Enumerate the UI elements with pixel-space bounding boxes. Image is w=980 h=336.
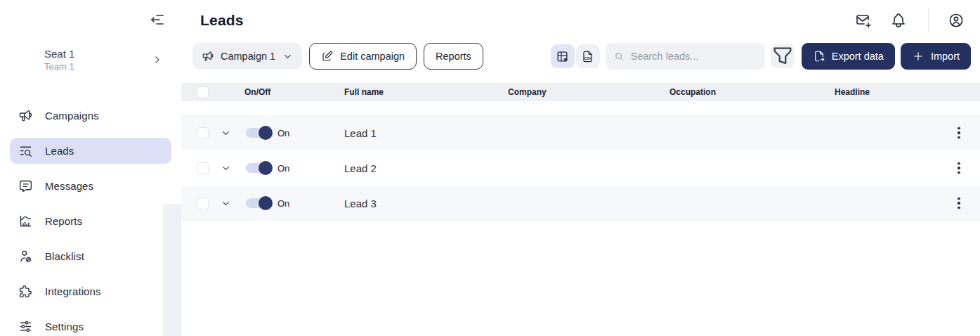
megaphone-icon <box>202 50 214 63</box>
leads-table: On/Off Full name Company Occupation Head… <box>181 83 980 221</box>
seat-subtitle: Team 1 <box>44 61 74 72</box>
import-label: Import <box>931 51 960 62</box>
funnel-icon <box>771 44 795 68</box>
page-title: Leads <box>200 12 244 29</box>
toggle-state-label: On <box>277 128 289 138</box>
row-checkbox-cell <box>181 127 214 139</box>
search-input[interactable] <box>631 51 757 62</box>
seat-info: Seat 1 Team 1 <box>44 48 74 72</box>
table-header-row: On/Off Full name Company Occupation Head… <box>181 83 980 101</box>
table-settings-icon <box>556 50 569 63</box>
row-checkbox[interactable] <box>197 127 209 139</box>
row-expand-button[interactable] <box>214 128 237 138</box>
edit-pencil-icon <box>321 50 334 63</box>
row-checkbox[interactable] <box>197 198 209 209</box>
topbar-icons <box>855 8 965 32</box>
search-icon <box>614 51 625 63</box>
reports-button[interactable]: Reports <box>424 43 483 70</box>
sidebar-item-messages[interactable]: Messages <box>10 173 171 199</box>
sidebar-item-blacklist[interactable]: Blacklist <box>10 243 171 269</box>
table-row: On Lead 3 <box>181 186 980 221</box>
puzzle-icon <box>18 284 33 299</box>
select-all-checkbox[interactable] <box>197 86 209 98</box>
full-name-cell: Lead 2 <box>341 162 505 174</box>
on-off-toggle[interactable] <box>246 163 271 173</box>
edit-campaign-label: Edit campaign <box>340 51 405 62</box>
campaign-selector-label: Campaign 1 <box>221 51 275 62</box>
row-expand-button[interactable] <box>214 163 237 174</box>
mail-plus-icon[interactable] <box>855 12 872 29</box>
csv-file-icon: CSV <box>581 50 594 63</box>
table-row: On Lead 1 <box>181 115 980 150</box>
search-box <box>606 43 765 70</box>
campaign-selector-dropdown[interactable]: Campaign 1 <box>192 43 302 70</box>
toggle-state-label: On <box>277 198 289 209</box>
reports-button-label: Reports <box>436 51 471 62</box>
edit-campaign-button[interactable]: Edit campaign <box>309 43 417 70</box>
sidebar-collapse-icon <box>149 11 166 28</box>
row-actions-menu-button[interactable] <box>938 115 980 150</box>
table-header-checkbox-cell <box>181 86 214 98</box>
sidebar-item-campaigns[interactable]: Campaigns <box>10 103 171 129</box>
sidebar-item-label: Integrations <box>45 285 101 297</box>
sidebar-item-label: Leads <box>45 145 74 157</box>
svg-text:CSV: CSV <box>584 56 592 60</box>
import-button[interactable]: Import <box>901 43 971 70</box>
table-row: On Lead 2 <box>181 150 980 186</box>
row-actions-menu-button[interactable] <box>938 150 980 186</box>
sidebar-item-settings[interactable]: Settings <box>10 314 171 336</box>
megaphone-icon <box>18 108 33 123</box>
chevron-right-icon <box>152 54 163 65</box>
column-header-full-name: Full name <box>341 87 505 97</box>
sidebar-scrollbar-track[interactable] <box>163 204 181 336</box>
chart-icon <box>18 214 33 228</box>
message-icon <box>18 179 33 193</box>
chevron-down-icon <box>221 128 231 138</box>
full-name-cell: Lead 3 <box>341 198 505 209</box>
on-off-toggle[interactable] <box>246 128 271 138</box>
sidebar-item-label: Reports <box>45 215 82 227</box>
sidebar-item-label: Messages <box>45 180 93 192</box>
sidebar-item-reports[interactable]: Reports <box>10 208 171 234</box>
toolbar-left: Campaign 1 Edit campaign Reports <box>192 43 490 70</box>
seat-selector[interactable]: Seat 1 Team 1 <box>10 42 171 77</box>
row-actions-menu-button[interactable] <box>938 186 980 221</box>
export-data-label: Export data <box>832 51 884 62</box>
main-content: Leads Campaign 1 Edit campaign <box>181 0 980 336</box>
sidebar-item-integrations[interactable]: Integrations <box>10 278 171 304</box>
toolbar-right: CSV Export data Import <box>551 43 971 70</box>
sidebar-item-leads[interactable]: Leads <box>10 138 171 164</box>
export-data-button[interactable]: Export data <box>802 43 895 70</box>
on-off-toggle[interactable] <box>246 198 271 208</box>
toolbar: Campaign 1 Edit campaign Reports <box>181 43 980 70</box>
user-circle-icon[interactable] <box>948 12 965 29</box>
app-root: Seat 1 Team 1 Campaigns Leads Messages R… <box>0 0 980 336</box>
csv-export-view-button[interactable]: CSV <box>576 44 600 68</box>
sidebar-collapse-button[interactable] <box>149 11 166 28</box>
chevron-down-icon <box>282 51 294 62</box>
sidebar-nav: Campaigns Leads Messages Reports Blackli… <box>0 103 181 336</box>
row-checkbox-cell <box>181 198 214 209</box>
topbar: Leads <box>181 0 980 40</box>
toggle-knob <box>259 196 273 210</box>
chevron-down-icon <box>221 198 231 209</box>
view-switcher: CSV <box>551 44 600 68</box>
bell-icon[interactable] <box>890 12 907 29</box>
table-header-gap <box>181 101 980 108</box>
chevron-down-icon <box>221 163 231 174</box>
column-header-company: Company <box>505 87 667 97</box>
sidebar-item-label: Blacklist <box>45 250 84 262</box>
row-expand-button[interactable] <box>214 198 237 209</box>
row-toggle-cell: On <box>237 163 341 174</box>
topbar-divider <box>928 8 929 32</box>
row-toggle-cell: On <box>237 198 341 209</box>
column-header-headline: Headline <box>832 87 938 97</box>
column-header-on-off: On/Off <box>237 87 341 97</box>
row-toggle-cell: On <box>237 128 341 138</box>
toggle-knob <box>259 126 273 140</box>
filter-button[interactable] <box>771 44 795 68</box>
row-checkbox[interactable] <box>197 162 209 174</box>
toggle-knob <box>259 161 273 175</box>
table-settings-view-button[interactable] <box>551 44 575 68</box>
seat-title: Seat 1 <box>44 48 74 60</box>
